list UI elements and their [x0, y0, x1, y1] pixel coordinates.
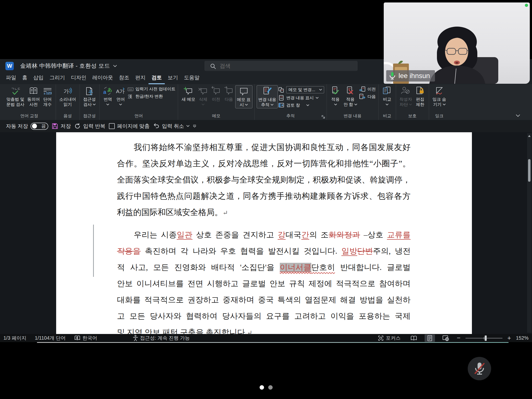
tab-layout[interactable]: 레이아웃	[89, 74, 116, 84]
zoom-in-button[interactable]: +	[507, 334, 511, 342]
zoom-slider-thumb[interactable]	[485, 335, 487, 341]
scroll-up-arrow-icon[interactable]	[528, 135, 531, 137]
scrollbar-thumb[interactable]	[528, 159, 531, 182]
ribbon-group-language: aあ 번역 A가 언어 입력기 사전 업데이트 漢 한글/한	[100, 84, 178, 120]
screen: W 金靖林 中韩韩中翻译 - 호환성 모드 파일 홈 삽입 그리기 디자인 레이…	[0, 0, 532, 399]
tab-review[interactable]: 검토	[149, 74, 165, 84]
new-comment-icon	[183, 86, 193, 96]
spelling-grammar-button[interactable]: ㄱㄴㄷ 맞춤법 및 문법 검사	[5, 85, 26, 108]
tab-design[interactable]: 디자인	[68, 74, 89, 84]
tab-insert[interactable]: 삽입	[30, 74, 47, 84]
page-indicator[interactable]: 1/3 페이지	[3, 335, 26, 341]
undo-typing-button[interactable]: 입력 취소	[153, 123, 190, 130]
pagination-dot-active[interactable]	[260, 385, 264, 390]
document-line: 안보 이니셔티브를 전면 시행하고 글로벌 안보 규칙 제정에 적극적으로 참여…	[117, 275, 411, 292]
search-input[interactable]	[204, 61, 358, 71]
document-line: 全面落实全球安全倡议，积极参与全球安全规则制定，积极劝和促谈、斡旋调停，	[117, 172, 411, 188]
show-markup-icon	[278, 95, 284, 101]
document-line: 고 모든 당사자와 협력하여 당사자들의 요구를 고려하고 이익을 포용하는 국…	[117, 308, 411, 324]
autosave-toggle-pill[interactable]: 끔	[31, 123, 48, 130]
autosave-toggle[interactable]: 자동 저장 끔	[6, 123, 48, 130]
webcam-video-tile[interactable]: lee ihnsun	[384, 2, 530, 84]
fit-page-checkbox[interactable]: 페이지에 맞춤	[109, 123, 150, 130]
accept-change-button[interactable]: 적용	[329, 85, 342, 108]
repeat-typing-button[interactable]: 입력 반복	[74, 123, 105, 130]
print-layout-button[interactable]	[425, 334, 435, 342]
word-logo-icon[interactable]: W	[5, 62, 14, 70]
markup-state-control[interactable]: 메모 및 변경...	[278, 86, 324, 93]
block-authors-button: 작성자 차단	[398, 85, 414, 108]
language-button[interactable]: A가 언어	[114, 85, 127, 108]
zoom-slider[interactable]	[466, 335, 502, 341]
proofing-status-button[interactable]: 한국어	[74, 335, 97, 341]
tab-draw[interactable]: 그리기	[47, 74, 68, 84]
block-authors-icon	[400, 86, 411, 96]
accept-change-icon	[330, 86, 341, 96]
web-layout-button[interactable]	[440, 334, 452, 342]
word-count-indicator[interactable]: 1/1104개 단어	[35, 335, 66, 341]
tab-help[interactable]: 도움말	[181, 74, 202, 84]
collapse-ribbon-chevron-icon[interactable]	[516, 114, 520, 117]
show-comments-button[interactable]: 메모 표 시	[235, 85, 252, 108]
web-layout-icon	[442, 335, 449, 341]
translate-button[interactable]: aあ 번역	[101, 85, 114, 108]
title-chevron-down-icon[interactable]	[113, 65, 117, 67]
restrict-editing-button[interactable]: 편집 제한	[414, 85, 427, 108]
mic-on-icon	[389, 72, 396, 80]
hide-ink-button[interactable]: 잉크 숨 기기	[431, 85, 448, 108]
word-count-button[interactable]: 123 단어 개수	[41, 85, 54, 108]
tab-mailings[interactable]: 편지	[132, 74, 149, 84]
reject-change-icon	[345, 86, 355, 96]
ribbon-group-tracking: 변경 내용 추적 메모 및 변경... 변경 내용 표시	[255, 84, 327, 120]
tab-home[interactable]: 홈	[19, 74, 30, 84]
thesaurus-button[interactable]: 동의어 사전	[26, 85, 41, 108]
microphone-muted-button[interactable]	[468, 357, 491, 380]
hangul-hanja-convert-button[interactable]: 漢 한글/한자 변환	[128, 93, 175, 99]
document-line: 대화를 적극적으로 권장하고 중재하며 중국 특색의 열점문제 해결 방법을 실…	[117, 292, 411, 308]
next-change-button[interactable]: 다음	[359, 94, 376, 100]
svg-text:가: 가	[64, 88, 69, 94]
previous-change-button[interactable]: 이전	[359, 86, 376, 92]
tab-file[interactable]: 파일	[3, 74, 19, 84]
group-label-proofing: 언어 교정	[5, 113, 54, 120]
document-page[interactable]: 我们将始终不渝坚持相互尊重，促进大国协调和良性互动，同各国发展友好 合作。坚决反…	[56, 132, 472, 334]
tracking-dialog-launcher-icon[interactable]	[321, 115, 325, 119]
focus-mode-button[interactable]: 포커스	[378, 335, 400, 341]
new-comment-button[interactable]: 새 메모	[180, 85, 197, 108]
track-changes-button[interactable]: 변경 내용 추적	[257, 85, 278, 108]
ribbon-group-changes: 적용 적용 안 함 이전 다음	[327, 84, 379, 120]
tracked-deletion: 화와정과	[329, 230, 360, 239]
chevron-down-icon	[334, 104, 337, 105]
accessibility-check-button[interactable]: 접근성 검사	[82, 85, 97, 108]
show-markup-button[interactable]: 변경 내용 표시	[278, 95, 324, 101]
spellcheck-squiggle: 이너서클단호히	[280, 263, 335, 272]
zoom-out-button[interactable]: −	[457, 334, 460, 342]
hide-ink-icon	[434, 86, 445, 96]
reject-change-button[interactable]: 적용 안 함	[342, 85, 359, 108]
track-changes-icon	[262, 86, 272, 97]
delete-comment-button: 삭제	[197, 85, 210, 108]
group-label-speech: 음성	[58, 113, 78, 120]
compare-icon	[382, 86, 392, 96]
zoom-level[interactable]: 152%	[516, 335, 529, 341]
group-label-changes: 변경 내용	[329, 113, 376, 120]
read-mode-button[interactable]	[408, 335, 420, 342]
ribbon-group-protect: 작성자 차단 편집 제한 보호	[396, 84, 429, 120]
accessibility-status-button[interactable]: 접근성: 계속 진행 가능	[133, 335, 190, 341]
pagination-dot[interactable]	[268, 385, 273, 390]
translate-icon: aあ	[103, 86, 113, 96]
save-button[interactable]: 저장	[52, 123, 71, 130]
vertical-scrollbar[interactable]	[527, 133, 532, 333]
tab-references[interactable]: 참조	[116, 74, 132, 84]
checkbox-icon	[109, 123, 115, 129]
tab-view[interactable]: 보기	[165, 74, 181, 84]
reviewing-pane-button[interactable]: 검토 창	[278, 102, 324, 108]
read-aloud-button[interactable]: 가 소리내어 읽기	[58, 85, 78, 108]
chevron-down-icon	[245, 104, 248, 106]
group-label-language: 언어	[101, 113, 176, 120]
next-comment-button: 다음	[222, 85, 235, 108]
qat-overflow-button[interactable]	[193, 125, 196, 128]
markup-state-dropdown[interactable]: 메모 및 변경...	[286, 86, 324, 93]
svg-text:123: 123	[46, 91, 52, 95]
compare-button[interactable]: 비교	[381, 85, 394, 108]
